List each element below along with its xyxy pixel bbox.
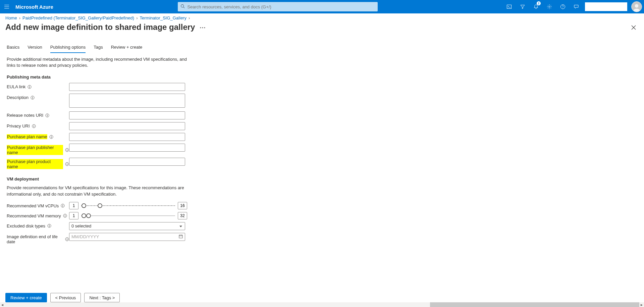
breadcrumb-sep: › <box>136 15 138 20</box>
svg-point-8 <box>30 86 30 87</box>
tab-version[interactable]: Version <box>28 43 42 53</box>
svg-point-5 <box>562 8 563 8</box>
vcpus-thumb-max[interactable] <box>98 203 102 208</box>
previous-button[interactable]: < Previous <box>50 293 81 302</box>
mem-thumb-max[interactable] <box>86 213 91 218</box>
cloud-shell-button[interactable] <box>502 0 516 13</box>
plan-name-input[interactable] <box>69 133 185 141</box>
account-avatar[interactable] <box>631 1 642 12</box>
svg-point-6 <box>635 4 639 8</box>
svg-rect-33 <box>65 215 65 217</box>
plan-product-input[interactable] <box>69 158 185 166</box>
info-icon[interactable] <box>61 204 65 208</box>
vcpus-max-input[interactable] <box>178 202 187 209</box>
scroll-left-arrow[interactable]: ◄ <box>0 302 5 307</box>
close-blade-button[interactable] <box>629 22 639 34</box>
info-icon[interactable] <box>31 96 35 100</box>
release-notes-input[interactable] <box>69 111 185 119</box>
top-right-input[interactable] <box>585 2 627 11</box>
svg-rect-30 <box>63 205 63 207</box>
breadcrumb-item-1[interactable]: PaidPredefined (Terminator_SIG_Gallery/P… <box>22 15 134 20</box>
vcpus-slider[interactable] <box>81 202 175 209</box>
svg-point-38 <box>67 238 67 239</box>
vcpus-thumb-min[interactable] <box>82 203 86 208</box>
search-box <box>178 2 378 11</box>
privacy-uri-input[interactable] <box>69 122 185 130</box>
help-button[interactable] <box>556 0 570 13</box>
info-icon[interactable] <box>45 113 49 117</box>
brand[interactable]: Microsoft Azure <box>13 4 53 10</box>
settings-button[interactable] <box>543 0 556 13</box>
info-icon[interactable] <box>49 135 53 139</box>
svg-line-1 <box>183 7 184 8</box>
top-right-input-field[interactable] <box>585 2 627 11</box>
section-vm-heading: VM deployment <box>7 176 248 182</box>
close-icon <box>631 25 636 30</box>
eula-link-input[interactable] <box>69 83 185 91</box>
eol-date-input[interactable]: MM/DD/YYYY <box>69 233 185 241</box>
tab-bar: Basics Version Publishing options Tags R… <box>0 43 644 53</box>
label-eula: EULA link <box>7 84 25 89</box>
tab-review-create[interactable]: Review + create <box>111 43 143 53</box>
next-button[interactable]: Next : Tags > <box>84 293 120 302</box>
svg-rect-21 <box>51 137 52 138</box>
scrollbar-thumb[interactable] <box>430 302 639 307</box>
notifications-button[interactable]: 2 <box>529 0 543 13</box>
filter-icon <box>520 4 525 9</box>
search-input[interactable] <box>178 2 378 11</box>
review-create-button[interactable]: Review + create <box>5 293 47 302</box>
cloud-shell-icon <box>506 4 512 9</box>
svg-rect-18 <box>34 126 34 127</box>
hamburger-icon <box>4 4 9 9</box>
top-bar: Microsoft Azure 2 <box>0 0 644 13</box>
feedback-icon <box>574 4 579 9</box>
svg-point-35 <box>49 225 50 225</box>
label-description: Description <box>7 95 29 100</box>
horizontal-scrollbar[interactable]: ◄ ► <box>0 302 644 307</box>
label-vcpus: Recommended VM vCPUs <box>7 203 59 208</box>
label-plan-product: Purchase plan product name <box>7 159 63 169</box>
hamburger-menu[interactable] <box>0 4 13 9</box>
breadcrumb-home[interactable]: Home <box>5 15 17 20</box>
svg-rect-9 <box>30 87 30 88</box>
label-privacy-uri: Privacy URI <box>7 123 30 129</box>
info-icon[interactable] <box>65 148 69 152</box>
directory-filter-button[interactable] <box>516 0 529 13</box>
plan-publisher-input[interactable] <box>69 144 185 152</box>
calendar-icon <box>179 234 183 239</box>
help-icon <box>560 4 566 9</box>
mem-thumb-min[interactable] <box>82 213 86 218</box>
eol-date-placeholder: MM/DD/YYYY <box>71 234 99 239</box>
tab-tags[interactable]: Tags <box>94 43 103 53</box>
svg-point-23 <box>67 149 67 150</box>
mem-min-input[interactable] <box>69 212 78 219</box>
mem-slider[interactable] <box>81 212 175 219</box>
description-input[interactable] <box>69 94 185 108</box>
search-icon <box>180 4 185 9</box>
svg-point-20 <box>51 136 52 137</box>
mem-max-input[interactable] <box>178 212 187 219</box>
svg-rect-36 <box>49 225 49 227</box>
vcpus-min-input[interactable] <box>69 202 78 209</box>
svg-rect-24 <box>67 150 67 151</box>
breadcrumb-item-2[interactable]: Terminator_SIG_Gallery <box>140 15 186 20</box>
info-icon[interactable] <box>28 85 32 89</box>
info-icon[interactable] <box>65 237 69 241</box>
title-more-button[interactable]: ··· <box>200 24 206 32</box>
tab-publishing-options[interactable]: Publishing options <box>50 43 86 53</box>
info-icon[interactable] <box>63 214 67 218</box>
tab-basics[interactable]: Basics <box>7 43 19 53</box>
scroll-right-arrow[interactable]: ► <box>639 302 644 307</box>
info-icon[interactable] <box>32 124 36 128</box>
svg-point-14 <box>47 114 48 115</box>
info-icon[interactable] <box>65 162 69 166</box>
page-title: Add new image definition to shared image… <box>5 22 195 32</box>
disk-types-select[interactable]: 0 selected <box>69 222 185 230</box>
label-plan-publisher: Purchase plan publisher name <box>7 145 63 155</box>
section-publishing-heading: Publishing meta data <box>7 74 248 80</box>
feedback-button[interactable] <box>570 0 583 13</box>
disk-types-value: 0 selected <box>71 223 91 228</box>
svg-rect-12 <box>32 97 33 99</box>
info-icon[interactable] <box>47 224 51 228</box>
title-row: Add new image definition to shared image… <box>0 21 644 35</box>
